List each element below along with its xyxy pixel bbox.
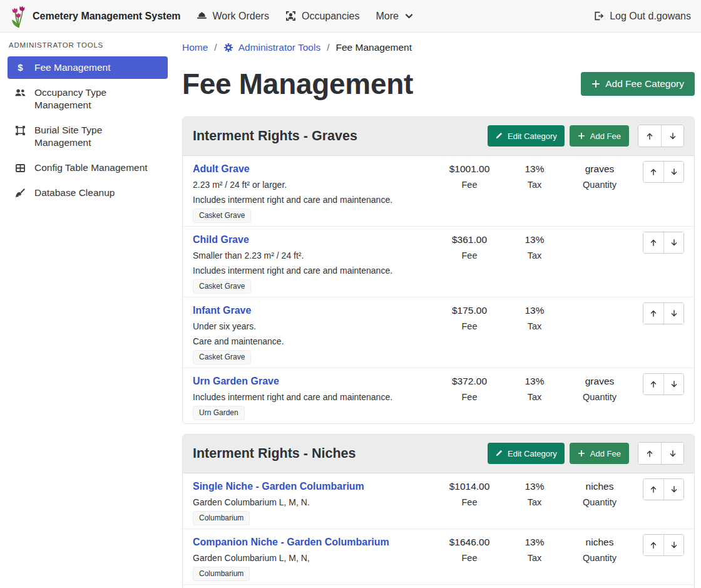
- fee-amount-label: Fee: [435, 389, 504, 405]
- quantity-column-empty: [565, 302, 634, 364]
- move-up-button[interactable]: [643, 479, 663, 500]
- fee-amount-column: $361.00Fee: [435, 232, 504, 294]
- arrow-down-icon: [670, 540, 678, 550]
- add-fee-button[interactable]: Add Fee: [570, 125, 629, 147]
- quantity-unit-column: gravesQuantity: [565, 373, 634, 420]
- fee-amount: $1014.00: [435, 478, 504, 495]
- frame-icon: [14, 124, 26, 137]
- category-reorder-buttons: [638, 442, 684, 465]
- sidebar-item-database-cleanup[interactable]: Database Cleanup: [8, 182, 168, 204]
- move-up-button[interactable]: [638, 125, 661, 147]
- fee-category-card: Interment Rights - GravesEdit CategoryAd…: [182, 116, 695, 424]
- fee-type-badge: Casket Grave: [193, 209, 251, 223]
- fee-type-badge: Casket Grave: [193, 279, 251, 294]
- main-content: Home / Administrator Tools / Fee Managem…: [175, 33, 701, 588]
- breadcrumb-home[interactable]: Home: [182, 41, 208, 54]
- sidebar-heading: ADMINISTRATOR TOOLS: [8, 40, 168, 56]
- fee-amount: $1001.00: [435, 161, 504, 177]
- nav-work-orders[interactable]: Work Orders: [197, 11, 269, 22]
- page-title: Fee Management: [182, 67, 413, 101]
- fee-name-link[interactable]: Companion Niche - Garden Columbarium: [193, 534, 389, 550]
- add-fee-button[interactable]: Add Fee: [570, 443, 629, 464]
- sidebar-item-burial-site-type-management[interactable]: Burial Site Type Management: [8, 119, 168, 154]
- fee-description: Garden Columbarium L, M, N.: [193, 495, 435, 510]
- fee-amount-label: Fee: [435, 177, 504, 192]
- fee-row: Single Niche - Garden ColumbariumGarden …: [183, 473, 694, 529]
- nav-occupancies-label: Occupancies: [302, 11, 360, 22]
- tax-rate-column: 13%Tax: [504, 302, 565, 364]
- broom-icon: [14, 187, 26, 199]
- arrow-up-icon: [649, 167, 658, 177]
- breadcrumb-admin-tools[interactable]: Administrator Tools: [223, 41, 321, 54]
- move-down-button[interactable]: [663, 535, 683, 555]
- edit-category-button[interactable]: Edit Category: [488, 443, 565, 464]
- fee-row: Companion Niche - Garden ColumbariumGard…: [183, 529, 694, 584]
- add-fee-category-button[interactable]: Add Fee Category: [581, 72, 695, 96]
- move-down-button[interactable]: [663, 232, 683, 253]
- fee-description: Includes interment right and care and ma…: [193, 389, 435, 405]
- fee-row-truncated: [183, 584, 694, 588]
- move-up-button[interactable]: [643, 162, 663, 182]
- fee-name-link[interactable]: Infant Grave: [193, 302, 251, 319]
- fee-row: Child GraveSmaller than 2.23 m² / 24 ft²…: [183, 226, 694, 297]
- add-fee-label: Add Fee: [590, 132, 621, 141]
- fee-amount: $361.00: [435, 232, 504, 248]
- fee-info: Single Niche - Garden ColumbariumGarden …: [193, 478, 435, 525]
- quantity-label: Quantity: [565, 177, 634, 192]
- fee-row: Adult Grave2.23 m² / 24 ft² or larger.In…: [183, 156, 694, 226]
- gear-icon: [223, 43, 233, 53]
- fee-description: Garden Columbarium L, M, N,: [193, 550, 435, 565]
- move-down-button[interactable]: [663, 374, 683, 395]
- fee-description: Includes interment right and care and ma…: [193, 263, 435, 278]
- quantity-label: Quantity: [565, 550, 634, 565]
- move-down-button[interactable]: [663, 162, 683, 182]
- fee-type-badge: Columbarium: [193, 511, 250, 525]
- logout-label: Log Out d.gowans: [610, 11, 691, 22]
- quantity-unit: niches: [565, 478, 634, 495]
- tax-rate-label: Tax: [504, 248, 565, 263]
- move-down-button[interactable]: [663, 479, 683, 500]
- add-fee-category-label: Add Fee Category: [605, 78, 684, 90]
- logout-link[interactable]: Log Out d.gowans: [593, 11, 691, 22]
- breadcrumb: Home / Administrator Tools / Fee Managem…: [182, 41, 695, 54]
- arrow-down-icon: [668, 132, 677, 141]
- plus-icon: [578, 450, 585, 457]
- move-up-button[interactable]: [643, 374, 663, 395]
- move-down-button[interactable]: [663, 303, 683, 324]
- fee-description: Under six years.: [193, 319, 435, 334]
- quantity-unit-column: nichesQuantity: [565, 534, 634, 581]
- arrow-up-icon: [649, 485, 658, 494]
- table-icon: [14, 162, 26, 174]
- sidebar-item-label: Fee Management: [34, 61, 111, 74]
- move-up-button[interactable]: [643, 232, 663, 253]
- arrow-up-icon: [645, 132, 654, 141]
- move-down-button[interactable]: [661, 125, 683, 147]
- move-up-button[interactable]: [643, 303, 663, 324]
- tax-rate-column: 13%Tax: [504, 478, 565, 525]
- nav-occupancies[interactable]: Occupancies: [285, 11, 360, 22]
- move-up-button[interactable]: [643, 535, 663, 555]
- move-up-button[interactable]: [638, 443, 661, 464]
- arrow-down-icon: [668, 449, 677, 458]
- fee-description: Smaller than 2.23 m² / 24 ft².: [193, 248, 435, 263]
- fee-name-link[interactable]: Adult Grave: [193, 161, 250, 177]
- fee-name-link[interactable]: Single Niche - Garden Columbarium: [193, 478, 364, 495]
- sidebar-item-label: Config Table Management: [34, 162, 148, 174]
- arrow-up-icon: [649, 540, 658, 550]
- arrow-up-icon: [645, 449, 654, 458]
- fee-name-link[interactable]: Urn Garden Grave: [193, 373, 279, 389]
- fee-info: Adult Grave2.23 m² / 24 ft² or larger.In…: [193, 161, 435, 223]
- fee-name-link[interactable]: Child Grave: [193, 232, 249, 248]
- arrow-up-icon: [649, 309, 658, 318]
- move-down-button[interactable]: [661, 443, 683, 464]
- sidebar-item-occupancy-type-management[interactable]: Occupancy Type Management: [8, 81, 168, 116]
- fee-description: Includes interment right and care and ma…: [193, 192, 435, 207]
- add-fee-label: Add Fee: [590, 449, 621, 458]
- fee-amount-column: $1001.00Fee: [435, 161, 504, 223]
- nav-more[interactable]: More: [376, 11, 413, 22]
- sidebar-item-fee-management[interactable]: $Fee Management: [8, 56, 168, 79]
- edit-category-button[interactable]: Edit Category: [488, 125, 565, 147]
- fee-amount-label: Fee: [435, 319, 504, 334]
- sidebar-item-config-table-management[interactable]: Config Table Management: [8, 157, 168, 179]
- brand[interactable]: Cemetery Management System: [10, 4, 181, 28]
